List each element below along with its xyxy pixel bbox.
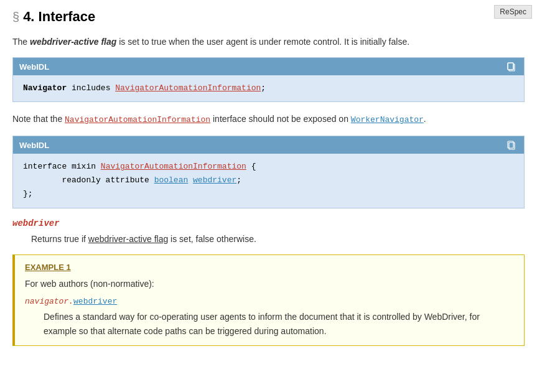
svg-rect-1: [508, 63, 513, 70]
example-box-1: EXAMPLE 1 For web authors (non-normative…: [12, 254, 525, 346]
page-container: ReSpec § 4. Interface The webdriver-acti…: [0, 0, 537, 358]
webdriver-flag-term: webdriver-active flag: [30, 37, 116, 47]
navigator-keyword: Navigator: [23, 83, 67, 93]
section-title: 4. Interface: [23, 9, 95, 25]
example-description: For web authors (non-normative):: [25, 277, 514, 291]
navigator-object: navigator: [25, 297, 68, 306]
nav-automation-link-2[interactable]: NavigatorAutomationInformation: [101, 162, 246, 171]
webdriver-link[interactable]: webdriver: [193, 175, 236, 185]
webidl-line-1: interface mixin NavigatorAutomationInfor…: [23, 160, 514, 174]
note-paragraph: Note that the NavigatorAutomationInforma…: [12, 112, 525, 127]
includes-text: includes: [72, 83, 115, 93]
webidl-line-3: };: [23, 187, 514, 201]
boolean-link[interactable]: boolean: [154, 175, 189, 185]
section-symbol: §: [12, 10, 19, 24]
def-body-webdriver: Returns true if webdriver-active flag is…: [12, 232, 525, 246]
def-prefix: Returns true if: [31, 234, 88, 244]
respec-button[interactable]: ReSpec: [494, 5, 532, 19]
webidl-header-2: WebIDL: [13, 136, 524, 154]
webidl-label-1: WebIDL: [19, 62, 49, 72]
webidl-code-2: interface mixin NavigatorAutomationInfor…: [13, 154, 524, 207]
webdriver-method-link[interactable]: webdriver: [73, 297, 117, 306]
intro-paragraph: The webdriver-active flag is set to true…: [12, 35, 525, 49]
webidl-label-2: WebIDL: [19, 141, 49, 150]
example-def-text: Defines a standard way for co-operating …: [25, 310, 514, 338]
intro-suffix: is set to true when the user agent is un…: [116, 37, 409, 47]
webidl-header-1: WebIDL: [13, 58, 524, 75]
navigator-automation-link-1[interactable]: NavigatorAutomationInformation: [115, 83, 261, 93]
nav-automation-info-link[interactable]: NavigatorAutomationInformation: [65, 115, 210, 124]
example-title[interactable]: EXAMPLE 1: [25, 263, 514, 272]
webdriver-active-flag-link[interactable]: webdriver-active flag: [88, 234, 168, 244]
section-heading: § 4. Interface: [12, 9, 525, 25]
copy-icon-1[interactable]: [505, 60, 518, 73]
def-suffix: is set, false otherwise.: [168, 234, 256, 244]
intro-prefix: The: [12, 37, 30, 47]
def-term-webdriver: webdriver: [12, 218, 525, 228]
webidl-line-2: readonly attribute boolean webdriver;: [23, 174, 514, 187]
worker-navigator-link[interactable]: WorkerNavigator: [351, 115, 424, 124]
note-suffix: .: [424, 114, 426, 124]
note-prefix: Note that the: [12, 114, 65, 124]
note-middle: interface should not be exposed on: [210, 114, 351, 124]
webidl-code-1: Navigator includes NavigatorAutomationIn…: [13, 75, 524, 101]
example-code-line: navigator.webdriver: [25, 296, 514, 306]
webidl-box-2: WebIDL interface mixin NavigatorAutomati…: [12, 136, 525, 208]
copy-icon-2[interactable]: [505, 139, 518, 151]
dot-separator: .: [68, 297, 73, 306]
webidl-box-1: WebIDL Navigator includes NavigatorAutom…: [12, 57, 525, 102]
